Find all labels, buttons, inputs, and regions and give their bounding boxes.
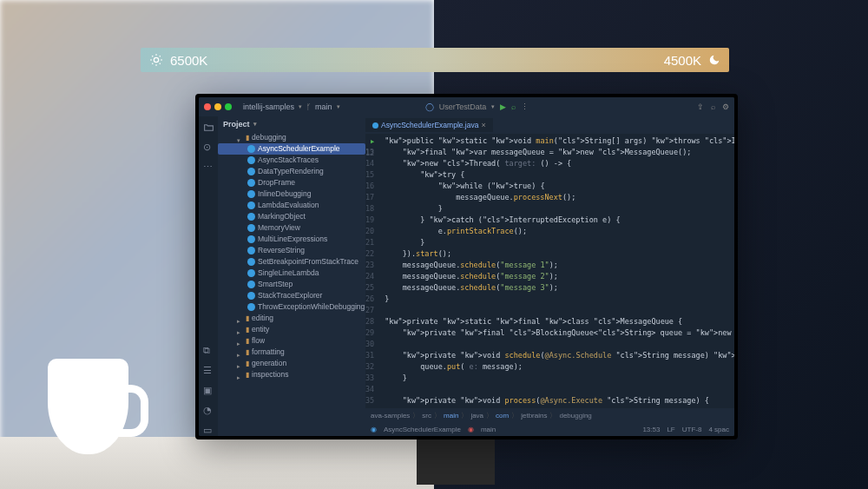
status-method[interactable]: main [481, 426, 496, 433]
editor-tabs: AsyncSchedulerExample.java × [365, 116, 734, 134]
folder-icon: ▮ [246, 313, 249, 324]
temp-left-label: 6500K [170, 53, 207, 68]
settings-icon[interactable]: ⚙ [722, 102, 729, 111]
tree-item-label: AsyncStackTraces [258, 155, 319, 166]
stats-tool-icon[interactable]: ⧉ [203, 345, 214, 356]
tree-folder[interactable]: ▮entity [218, 324, 365, 335]
breadcrumb-segment[interactable]: debugging [559, 412, 591, 420]
tree-folder[interactable]: ▮inspections [218, 369, 365, 380]
tree-item-label: editing [252, 313, 273, 324]
folder-icon: ▮ [246, 369, 249, 380]
structure-tool-icon[interactable]: ⋯ [203, 162, 214, 173]
tree-file[interactable]: DataTypeRendering [218, 166, 365, 177]
breadcrumb-separator-icon: 〉 [511, 411, 518, 420]
breadcrumb-segment[interactable]: ava-samples [371, 412, 410, 420]
tree-item-label: InlineDebugging [258, 188, 311, 200]
run-button[interactable]: ▶ [500, 102, 506, 111]
search-icon[interactable]: ⌕ [711, 102, 715, 111]
status-bar: ◉AsyncSchedulerExample ◉main 13:53 LF UT… [365, 422, 734, 436]
maximize-window-icon[interactable] [225, 103, 232, 110]
breadcrumb-separator-icon: 〉 [412, 411, 419, 420]
tree-folder[interactable]: ▮formatting [218, 347, 365, 358]
tree-file[interactable]: StackTraceExplorer [218, 290, 365, 301]
class-file-icon [247, 179, 255, 187]
tree-file[interactable]: ThrowExceptionWhileDebugging [218, 301, 365, 313]
line-gutter[interactable]: ▶ 12131415161718192021222324252627282930… [365, 134, 379, 408]
breadcrumb-segment[interactable]: jetbrains [521, 412, 547, 420]
breadcrumb-bar[interactable]: ava-samples〉src〉main〉java〉com〉jetbrains〉… [365, 408, 734, 422]
tree-folder-debugging[interactable]: ▮debugging [218, 132, 365, 143]
tree-folder[interactable]: ▮flow [218, 335, 365, 347]
chevron-right-icon [237, 349, 243, 355]
cursor-position[interactable]: 13:53 [642, 426, 660, 433]
branch-label[interactable]: main [315, 102, 332, 111]
monitor-stand [417, 437, 495, 485]
chevron-right-icon [237, 360, 243, 367]
chevron-down-icon: ▾ [299, 103, 302, 110]
breadcrumb-segment[interactable]: main [444, 412, 458, 420]
debug-button[interactable]: ⌕ [511, 102, 516, 111]
indent-setting[interactable]: 4 spac [708, 426, 729, 433]
breadcrumb-separator-icon: 〉 [549, 411, 556, 420]
minimize-window-icon[interactable] [214, 103, 221, 110]
tree-folder[interactable]: ▮generation [218, 358, 365, 369]
tree-file[interactable]: SingleLineLambda [218, 268, 365, 279]
project-tree[interactable]: ▮debugging AsyncSchedulerExampleAsyncSta… [218, 132, 365, 436]
commit-tool-icon[interactable]: ⊙ [203, 142, 214, 153]
tree-file[interactable]: MemoryView [218, 222, 365, 234]
tree-file[interactable]: DropFrame [218, 177, 365, 188]
tree-file[interactable]: ReverseString [218, 245, 365, 256]
problems-tool-icon[interactable]: ▭ [203, 425, 214, 436]
sidebar-title[interactable]: Project ▾ [218, 116, 365, 132]
chevron-down-icon: ▾ [491, 103, 495, 110]
code-editor[interactable]: ▶ 12131415161718192021222324252627282930… [365, 134, 734, 408]
tree-item-label: MultiLineExpressions [258, 234, 327, 245]
editor-area: AsyncSchedulerExample.java × ▶ 121314151… [365, 116, 734, 436]
tree-file[interactable]: AsyncStackTraces [218, 155, 365, 166]
class-status-icon: ◉ [371, 426, 377, 433]
vcs-branch-icon[interactable]: ᚶ [306, 102, 311, 111]
tree-folder[interactable]: ▮editing [218, 313, 365, 324]
line-separator[interactable]: LF [667, 426, 674, 433]
status-class[interactable]: AsyncSchedulerExample [384, 426, 461, 433]
tree-file[interactable]: MultiLineExpressions [218, 234, 365, 245]
class-file-icon [247, 213, 255, 221]
run-config-dropdown[interactable]: UserTestData [439, 102, 487, 111]
tree-item-label: SingleLineLambda [258, 268, 319, 279]
tree-item-label: AsyncSchedulerExample [258, 143, 340, 155]
class-file-icon [247, 224, 255, 232]
class-file-icon [247, 281, 255, 288]
vcs-tool-icon[interactable]: ◔ [203, 405, 214, 416]
terminal-tool-icon[interactable]: ▣ [203, 385, 214, 396]
class-file-icon [247, 269, 255, 277]
tree-file[interactable]: AsyncSchedulerExample [218, 143, 365, 155]
breadcrumb-segment[interactable]: java [470, 412, 483, 420]
tree-file[interactable]: MarkingObject [218, 211, 365, 222]
tree-file[interactable]: SetBreakpointFromStackTrace [218, 256, 365, 268]
tree-file[interactable]: InlineDebugging [218, 188, 365, 200]
chevron-down-icon: ▾ [337, 103, 340, 110]
tree-file[interactable]: LambdaEvaluation [218, 200, 365, 211]
close-tab-icon[interactable]: × [481, 121, 485, 129]
build-tool-icon[interactable]: ☰ [203, 365, 214, 376]
class-file-icon [247, 292, 255, 300]
code-with-me-icon[interactable]: ⇪ [697, 102, 704, 111]
breadcrumb-segment[interactable]: src [422, 412, 431, 420]
folder-icon: ▮ [246, 358, 249, 369]
tree-item-label: ReverseString [258, 245, 305, 256]
close-window-icon[interactable] [204, 103, 211, 110]
project-tool-icon[interactable] [203, 122, 214, 133]
code-text[interactable]: "kw">public "kw">static "kw">void main("… [379, 134, 734, 408]
breadcrumb-segment[interactable]: com [496, 412, 509, 420]
editor-tab[interactable]: AsyncSchedulerExample.java × [365, 118, 493, 132]
project-dropdown[interactable]: intellij-samples [243, 102, 294, 111]
more-button[interactable]: ⋮ [521, 102, 529, 111]
tree-item-label: inspections [252, 369, 289, 380]
tree-item-label: DropFrame [258, 177, 295, 188]
tree-file[interactable]: SmartStep [218, 279, 365, 290]
temp-right-label: 4500K [664, 53, 701, 68]
window-controls[interactable] [204, 103, 232, 110]
ide-titlebar: intellij-samples▾ ᚶ main▾ ◯ UserTestData… [199, 97, 734, 116]
svg-point-0 [154, 57, 158, 62]
file-encoding[interactable]: UTF-8 [682, 426, 702, 433]
